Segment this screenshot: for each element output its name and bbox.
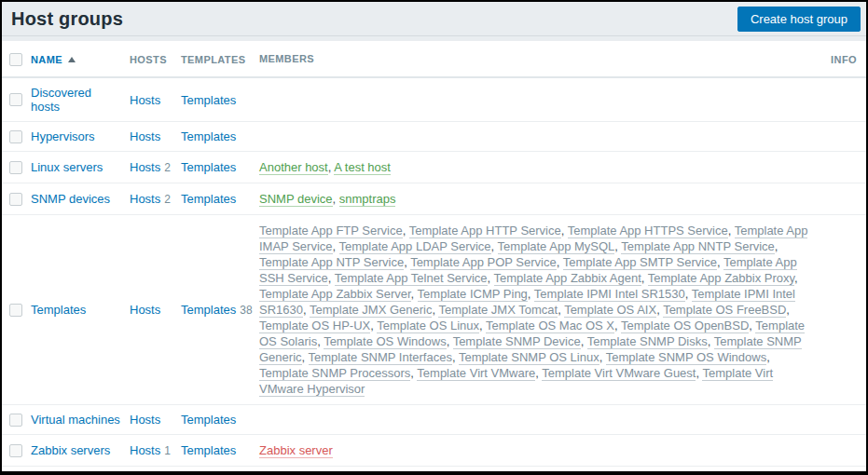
member-link[interactable]: Template App NTP Service: [259, 255, 404, 270]
row-checkbox[interactable]: [9, 444, 22, 457]
member-link[interactable]: Template OS HP-UX: [259, 319, 370, 333]
member-link[interactable]: Template Virt VMware Guest: [542, 366, 696, 381]
group-name-link[interactable]: Hypervisors: [31, 129, 95, 143]
member-link[interactable]: Template App LDAP Service: [339, 239, 491, 254]
member-separator: ,: [557, 255, 563, 269]
member-link[interactable]: Template App NNTP Service: [621, 239, 775, 254]
hosts-cell: Hosts: [125, 77, 176, 122]
templates-count: 38: [240, 304, 252, 317]
hosts-link[interactable]: Hosts: [130, 303, 160, 317]
member-link[interactable]: Template OS AIX: [564, 303, 656, 318]
group-name-cell: Discovered hosts: [26, 77, 125, 122]
member-link[interactable]: Template SNMP OS Linux: [459, 350, 599, 365]
create-host-group-button[interactable]: Create host group: [737, 7, 861, 32]
column-header-info: INFO: [823, 41, 866, 77]
templates-link[interactable]: Templates: [181, 192, 236, 206]
templates-cell: Templates: [176, 405, 255, 435]
hostgroup-table-body: Discovered hosts Hosts Templates Hypervi…: [2, 77, 866, 467]
member-link[interactable]: Zabbix server: [259, 443, 333, 458]
column-header-name[interactable]: NAME: [26, 41, 125, 77]
templates-cell: Templates: [176, 77, 255, 122]
member-link[interactable]: Template SNMP Disks: [587, 334, 708, 349]
hosts-link[interactable]: Hosts: [130, 129, 160, 143]
select-all-cell: [2, 41, 26, 77]
templates-link[interactable]: Templates: [181, 129, 236, 143]
host-group-row: Templates Hosts Templates38 Template App…: [2, 215, 866, 405]
member-separator: ,: [614, 319, 621, 332]
sort-by-name-link[interactable]: NAME: [31, 54, 62, 65]
members-cell: SNMP device, snmptraps: [255, 183, 823, 215]
member-link[interactable]: Template OS Mac OS X: [486, 319, 614, 333]
members-cell: Template App FTP Service, Template App H…: [255, 215, 823, 405]
member-separator: ,: [479, 319, 486, 332]
member-separator: ,: [794, 271, 798, 285]
templates-link[interactable]: Templates: [181, 443, 236, 457]
member-link[interactable]: Template OS OpenBSD: [621, 319, 749, 333]
hosts-link[interactable]: Hosts: [130, 160, 160, 174]
member-link[interactable]: Template ICMP Ping: [418, 287, 528, 302]
member-link[interactable]: Template SNMP Interfaces: [309, 350, 452, 365]
hosts-link[interactable]: Hosts: [130, 93, 160, 107]
member-separator: ,: [303, 303, 310, 317]
member-link[interactable]: Template JMX Generic: [310, 303, 433, 318]
member-link[interactable]: Template IPMI Intel SR1530: [534, 287, 685, 302]
templates-cell: Templates: [176, 152, 255, 183]
group-name-link[interactable]: Virtual machines: [31, 413, 120, 427]
member-link[interactable]: snmptraps: [339, 192, 396, 207]
member-link[interactable]: Template OS Linux: [377, 319, 479, 333]
member-link[interactable]: A test host: [334, 160, 391, 175]
group-name-link[interactable]: Templates: [31, 303, 86, 317]
member-link[interactable]: Template OS FreeBSD: [663, 303, 786, 318]
member-link[interactable]: Template SNMP Processors: [259, 366, 410, 381]
host-group-row: Hypervisors Hosts Templates: [2, 122, 866, 152]
row-checkbox[interactable]: [9, 130, 22, 143]
member-separator: ,: [491, 239, 498, 253]
member-link[interactable]: Another host: [259, 160, 328, 175]
group-name-link[interactable]: SNMP devices: [31, 192, 110, 206]
group-name-cell: Zabbix servers: [26, 435, 125, 467]
info-cell: [823, 215, 866, 405]
member-link[interactable]: Template App POP Service: [410, 255, 557, 270]
host-groups-table: NAME HOSTS TEMPLATES MEMBERS INFO Discov…: [2, 41, 866, 475]
hosts-link[interactable]: Hosts: [130, 192, 160, 206]
member-link[interactable]: Template App HTTP Service: [409, 224, 561, 238]
page-header: Host groups Create host group: [2, 2, 866, 36]
member-link[interactable]: Template App SMTP Service: [563, 255, 717, 270]
templates-link[interactable]: Templates: [181, 160, 236, 174]
templates-link[interactable]: Templates: [181, 413, 236, 427]
member-link[interactable]: Template App Zabbix Proxy: [648, 271, 794, 286]
hosts-link[interactable]: Hosts: [130, 443, 160, 457]
row-checkbox[interactable]: [9, 304, 22, 317]
templates-link[interactable]: Templates: [181, 303, 236, 317]
page-title: Host groups: [11, 8, 123, 30]
row-checkbox[interactable]: [9, 414, 22, 427]
member-link[interactable]: Template Virt VMware: [417, 366, 535, 381]
group-name-link[interactable]: Linux servers: [31, 160, 103, 174]
member-link[interactable]: Template SNMP Device: [453, 334, 581, 349]
templates-cell: Templates38: [176, 215, 255, 405]
group-name-link[interactable]: Discovered hosts: [31, 86, 91, 114]
member-link[interactable]: Template JMX Tomcat: [438, 303, 558, 318]
hosts-count: 1: [164, 444, 171, 457]
member-link[interactable]: Template OS Windows: [324, 334, 447, 349]
group-name-link[interactable]: Zabbix servers: [31, 443, 110, 457]
member-link[interactable]: Template App Telnet Service: [335, 271, 488, 286]
member-link[interactable]: Template App FTP Service: [259, 224, 403, 238]
member-link[interactable]: Template SNMP OS Windows: [606, 350, 766, 365]
templates-cell: Templates: [176, 122, 255, 152]
sort-ascending-icon: [68, 57, 76, 62]
hosts-link[interactable]: Hosts: [130, 413, 160, 427]
templates-link[interactable]: Templates: [181, 93, 236, 107]
row-checkbox[interactable]: [9, 193, 22, 206]
member-link[interactable]: Template App Zabbix Agent: [494, 271, 641, 286]
member-link[interactable]: Template App MySQL: [498, 239, 615, 254]
select-all-checkbox[interactable]: [9, 53, 22, 66]
hosts-cell: Hosts2: [125, 152, 176, 183]
row-checkbox[interactable]: [9, 93, 22, 106]
member-link[interactable]: Template App Zabbix Server: [259, 287, 411, 302]
row-checkbox[interactable]: [9, 161, 22, 174]
member-separator: ,: [641, 271, 648, 285]
member-link[interactable]: SNMP device: [259, 192, 333, 207]
member-link[interactable]: Template App HTTPS Service: [568, 224, 728, 238]
member-separator: ,: [561, 224, 568, 238]
